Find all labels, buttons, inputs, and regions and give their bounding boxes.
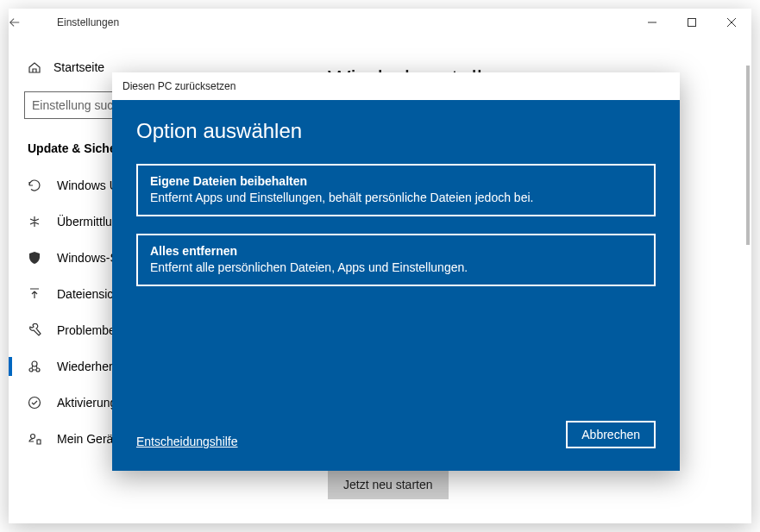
find-device-icon (28, 432, 41, 446)
back-button[interactable] (9, 16, 48, 28)
scrollbar[interactable] (746, 66, 750, 515)
restart-button[interactable]: Jetzt neu starten (328, 470, 449, 499)
wrench-icon (28, 323, 41, 337)
option-remove-everything[interactable]: Alles entfernen Entfernt alle persönlich… (136, 234, 656, 286)
cancel-button[interactable]: Abbrechen (566, 421, 656, 448)
dialog-footer: Entscheidungshilfe Abbrechen (136, 421, 656, 448)
svg-point-5 (31, 435, 35, 439)
option-keep-files[interactable]: Eigene Dateien beibehalten Entfernt Apps… (136, 164, 656, 216)
titlebar: Einstellungen (9, 9, 751, 36)
sidebar-item-label: Aktivierung (57, 396, 116, 410)
svg-point-2 (29, 368, 33, 372)
window-title: Einstellungen (48, 16, 119, 28)
option-description: Entfernt alle persönlichen Dateien, Apps… (150, 260, 642, 274)
minimize-button[interactable] (632, 9, 672, 36)
maximize-button[interactable] (672, 9, 712, 36)
dialog-body: Option auswählen Eigene Dateien beibehal… (112, 100, 680, 471)
svg-rect-0 (688, 19, 696, 27)
option-title: Eigene Dateien beibehalten (150, 174, 642, 188)
recovery-icon (28, 360, 41, 373)
shield-icon (28, 251, 41, 265)
svg-point-4 (29, 397, 41, 409)
check-circle-icon (28, 396, 41, 410)
delivery-icon (28, 215, 41, 228)
dialog-title: Diesen PC zurücksetzen (112, 72, 680, 100)
home-icon (28, 60, 41, 74)
update-icon (28, 178, 41, 192)
close-button[interactable] (712, 9, 751, 36)
dialog-heading: Option auswählen (136, 119, 656, 143)
option-description: Entfernt Apps und Einstellungen, behält … (150, 191, 642, 204)
reset-pc-dialog: Diesen PC zurücksetzen Option auswählen … (112, 72, 680, 471)
sidebar-home-label: Startseite (53, 60, 104, 74)
option-title: Alles entfernen (150, 244, 642, 258)
help-link[interactable]: Entscheidungshilfe (136, 435, 238, 448)
scrollbar-thumb[interactable] (746, 66, 750, 245)
backup-icon (28, 287, 41, 301)
svg-point-3 (36, 368, 40, 372)
